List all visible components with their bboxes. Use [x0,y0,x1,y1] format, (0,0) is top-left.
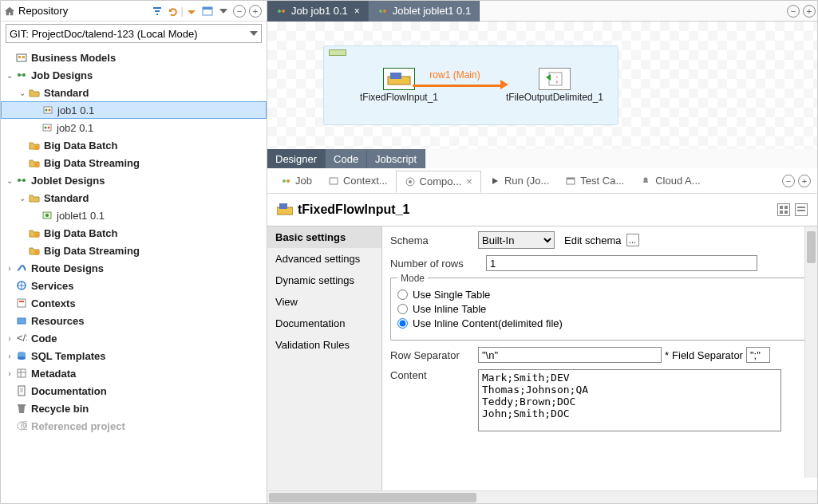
table-icon[interactable] [201,5,214,18]
tree-icon [28,157,41,168]
tree-icon [41,210,53,221]
tree-item[interactable]: ›Route Designs [1,259,267,277]
repository-tree[interactable]: Business Models⌄Job Designs⌄Standardjob1… [1,45,267,503]
tree-item[interactable]: ⌄Standard [1,84,267,101]
tree-item[interactable]: ›</>Code [1,329,267,347]
dropdown-icon[interactable] [217,5,230,18]
edit-schema-label: Edit schema [564,234,622,246]
view-tab[interactable]: Compo...× [396,171,481,193]
view-tab[interactable]: Job [272,170,320,192]
design-canvas[interactable]: tFixedFlowInput_1 row1 (Main) ; tFileOut… [267,22,817,149]
tree-item[interactable]: Services [1,277,267,294]
tree-item[interactable]: job1 0.1 [1,101,267,119]
close-icon[interactable]: × [466,175,472,187]
view-tab-label: Test Ca... [580,175,624,187]
designer-tab[interactable]: Jobscript [367,149,425,168]
tree-icon [15,385,28,396]
flow-connector[interactable] [413,85,502,87]
tree-toggle-icon[interactable]: ⌄ [4,71,15,80]
subjob-handle-icon[interactable] [329,49,346,56]
tree-toggle-icon[interactable]: › [4,334,15,343]
node-tfileoutputdelimited[interactable]: ; tFileOutputDelimited_1 [491,68,618,103]
tree-toggle-icon[interactable]: › [4,352,15,360]
editor-minimize-icon[interactable]: − [787,5,800,18]
component-view: tFixedFlowInput_1 Basic settingsAdvanced… [267,194,817,503]
tree-item[interactable]: ›Metadata [1,364,267,382]
tree-item[interactable]: Big Data Streaming [1,154,267,171]
tree-toggle-icon[interactable]: › [4,264,15,273]
side-tab[interactable]: View [267,291,381,313]
mode-radio[interactable] [397,289,408,300]
tree-toggle-icon[interactable]: › [4,369,15,378]
svg-text:@: @ [20,420,27,431]
tree-item[interactable]: @Referenced project [1,417,267,435]
view-tab[interactable]: Run (Jo... [481,170,557,192]
tree-icon [28,140,41,151]
maximize-icon[interactable]: + [249,5,262,18]
side-tab[interactable]: Basic settings [267,226,381,248]
view-tab[interactable]: Context... [320,170,396,192]
view-tab-label: Compo... [420,175,462,187]
tree-item[interactable]: ⌄Joblet Designs [1,171,267,189]
edit-schema-button[interactable]: … [626,234,639,246]
filter-icon[interactable] [151,5,164,18]
tree-item[interactable]: Big Data Batch [1,224,267,242]
mode-option[interactable]: Use Inline Content(delimited file) [397,317,802,329]
editor-tab[interactable]: Job job1 0.1× [267,1,369,22]
editor-maximize-icon[interactable]: + [803,5,816,18]
tree-item[interactable]: Recycle bin [1,400,267,417]
svg-point-38 [282,10,285,13]
tree-toggle-icon[interactable]: ⌄ [4,176,15,185]
component-title: tFixedFlowInput_1 [298,203,409,217]
side-tab[interactable]: Advanced settings [267,248,381,270]
branch-selector[interactable]: GIT: ProjectDoc/talend-123 (Local Mode) [1,22,267,45]
minimize-icon[interactable]: − [233,5,246,18]
tree-item[interactable]: ›SQL Templates [1,347,267,364]
tree-item[interactable]: Big Data Batch [1,136,267,154]
view-tab[interactable]: Test Ca... [557,170,632,192]
mode-option[interactable]: Use Inline Table [397,303,802,315]
refresh-icon[interactable] [167,5,180,18]
tree-icon [15,297,28,309]
tree-item[interactable]: joblet1 0.1 [1,207,267,224]
form-hscroll[interactable] [267,490,817,503]
collapse-icon[interactable] [185,5,198,18]
rows-input[interactable] [486,255,757,271]
fieldsep-input[interactable] [746,347,770,363]
content-textarea[interactable] [478,369,781,431]
mode-radio[interactable] [397,304,408,314]
view-tab[interactable]: Cloud A... [632,170,708,192]
svg-point-21 [45,214,49,217]
side-tab[interactable]: Dynamic settings [267,270,381,291]
tree-item[interactable]: Resources [1,312,267,329]
tree-item[interactable]: Documentation [1,382,267,400]
home-icon[interactable] [4,6,15,17]
tree-item[interactable]: Contexts [1,294,267,312]
view-icon [489,175,500,187]
tree-item[interactable]: ⌄Job Designs [1,66,267,84]
schema-select[interactable]: Built-In [478,231,555,249]
side-tab[interactable]: Validation Rules [267,334,381,356]
mode-radio[interactable] [397,318,408,329]
tree-item[interactable]: Big Data Streaming [1,242,267,259]
tree-toggle-icon[interactable]: ⌄ [17,89,28,97]
tree-item[interactable]: ⌄Standard [1,189,267,207]
list-view-icon[interactable] [795,203,808,216]
views-minimize-icon[interactable]: − [782,175,795,187]
rowsep-input[interactable] [478,347,662,363]
tree-item[interactable]: Business Models [1,49,267,66]
tree-toggle-icon[interactable]: ⌄ [17,194,28,203]
mode-option[interactable]: Use Single Table [397,289,802,301]
tree-item[interactable]: job2 0.1 [1,119,267,136]
side-tab[interactable]: Documentation [267,313,381,334]
form-vscroll[interactable] [804,226,817,478]
designer-tab[interactable]: Code [326,149,367,168]
svg-rect-25 [18,299,26,307]
views-maximize-icon[interactable]: + [798,175,811,187]
designer-tab[interactable]: Designer [267,149,326,168]
editor-tab[interactable]: Joblet joblet1 0.1 [369,1,480,22]
close-icon[interactable]: × [354,6,360,17]
svg-rect-6 [18,56,21,58]
grid-view-icon[interactable] [777,203,790,216]
svg-rect-4 [203,7,212,10]
